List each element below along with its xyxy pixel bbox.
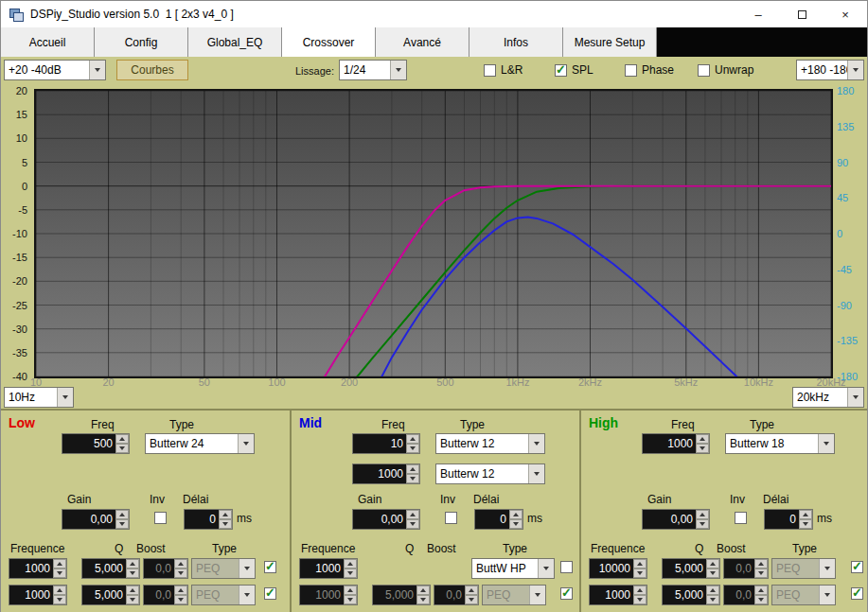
low-type-dropdown[interactable]: Butterw 24 (145, 433, 255, 454)
high-peq2-q-spinner[interactable]: 5,000 (662, 585, 720, 605)
spin-up-button[interactable] (406, 510, 419, 519)
spin-up-button[interactable] (174, 559, 187, 568)
low-peq1-q-spinner[interactable]: 5,000 (81, 558, 140, 579)
tab-crossover[interactable]: Crossover (282, 27, 376, 57)
mid-peq1-type-dropdown[interactable]: ButtW HP (471, 558, 555, 579)
spin-down-button[interactable] (126, 568, 139, 578)
tab-accueil[interactable]: Accueil (1, 27, 95, 57)
spin-up-button[interactable] (799, 510, 812, 519)
spin-up-button[interactable] (126, 586, 139, 595)
spin-down-button[interactable] (344, 568, 357, 578)
spin-up-button[interactable] (754, 559, 768, 568)
spin-down-button[interactable] (406, 444, 419, 453)
phase-checkbox-box[interactable] (625, 64, 637, 77)
spin-up-button[interactable] (174, 586, 187, 595)
spin-up-button[interactable] (53, 559, 66, 568)
freq-min-dropdown[interactable]: 10Hz (4, 387, 74, 408)
spin-up-button[interactable] (53, 586, 66, 595)
low-peq2-type-dropdown[interactable]: PEQ (191, 585, 256, 605)
mid-gain-spinner[interactable]: 0,00 (352, 509, 420, 530)
spin-up-button[interactable] (633, 586, 647, 595)
spin-down-button[interactable] (706, 568, 719, 578)
lissage-dropdown[interactable]: 1/24 (339, 60, 407, 80)
spin-up-button[interactable] (115, 434, 129, 444)
lr-checkbox[interactable]: L&R (484, 63, 523, 77)
spin-up-button[interactable] (633, 559, 647, 568)
spin-down-button[interactable] (633, 568, 647, 578)
low-peq1-freq-spinner[interactable]: 1000 (9, 558, 67, 579)
low-peq1-enable-checkbox[interactable] (264, 561, 276, 573)
spin-up-button[interactable] (406, 434, 419, 444)
mid-type1-dropdown[interactable]: Butterw 12 (435, 433, 545, 454)
mid-freq2-spinner[interactable]: 1000 (352, 463, 420, 484)
mid-peq2-q-spinner[interactable]: 5,000 (372, 585, 431, 605)
courbes-button[interactable]: Courbes (116, 60, 188, 80)
low-peq2-q-spinner[interactable]: 5,000 (81, 585, 140, 605)
close-icon[interactable]: × (824, 1, 867, 27)
high-peq2-freq-spinner[interactable]: 1000 (589, 585, 647, 605)
spin-up-button[interactable] (416, 586, 430, 595)
high-peq1-q-spinner[interactable]: 5,000 (662, 558, 720, 579)
spin-down-button[interactable] (174, 568, 187, 578)
tab-config[interactable]: Config (95, 27, 188, 57)
spin-down-button[interactable] (799, 519, 812, 529)
spin-down-button[interactable] (174, 595, 187, 604)
spin-up-button[interactable] (344, 586, 357, 595)
mid-type2-dropdown[interactable]: Butterw 12 (435, 463, 545, 484)
mid-peq2-type-dropdown[interactable]: PEQ (482, 585, 546, 605)
spin-down-button[interactable] (115, 444, 129, 453)
high-peq1-boost-spinner[interactable]: 0,0 (723, 558, 769, 579)
mid-peq1-enable-checkbox[interactable] (560, 561, 573, 573)
mid-inv-checkbox[interactable] (445, 512, 457, 524)
spin-up-button[interactable] (509, 510, 523, 519)
phase-checkbox[interactable]: Phase (625, 63, 674, 77)
tab-avance[interactable]: Avancé (376, 27, 469, 57)
high-peq1-freq-spinner[interactable]: 10000 (589, 558, 647, 579)
spin-up-button[interactable] (344, 559, 357, 568)
mid-peq1-freq-spinner[interactable]: 1000 (299, 558, 358, 579)
spin-down-button[interactable] (406, 474, 419, 483)
spin-down-button[interactable] (706, 595, 719, 604)
spin-down-button[interactable] (126, 595, 139, 604)
spin-down-button[interactable] (754, 595, 768, 604)
high-type-dropdown[interactable]: Butterw 18 (725, 433, 835, 454)
mid-peq2-boost-spinner[interactable]: 0,0 (434, 585, 479, 605)
spin-up-button[interactable] (126, 559, 139, 568)
spl-checkbox[interactable]: SPL (555, 63, 593, 77)
spin-down-button[interactable] (754, 568, 768, 578)
freq-max-dropdown[interactable]: 20kHz (792, 387, 864, 408)
spin-down-button[interactable] (696, 444, 709, 453)
low-freq-spinner[interactable]: 500 (62, 433, 130, 454)
tab-infos[interactable]: Infos (469, 27, 563, 57)
high-inv-checkbox[interactable] (735, 512, 747, 524)
low-peq1-boost-spinner[interactable]: 0,0 (143, 558, 188, 579)
spin-down-button[interactable] (406, 519, 419, 529)
high-freq-spinner[interactable]: 1000 (642, 433, 710, 454)
high-peq1-enable-checkbox[interactable] (851, 561, 863, 573)
tab-global-eq[interactable]: Global_EQ (188, 27, 282, 57)
db-range-dropdown[interactable]: +20 -40dB (4, 60, 106, 80)
mid-delay-spinner[interactable]: 0 (474, 509, 523, 530)
spin-down-button[interactable] (633, 595, 647, 604)
spin-up-button[interactable] (465, 586, 478, 595)
low-peq2-freq-spinner[interactable]: 1000 (9, 585, 67, 605)
high-gain-spinner[interactable]: 0,00 (642, 509, 710, 530)
minimize-icon[interactable]: – (736, 1, 780, 27)
spin-down-button[interactable] (509, 519, 523, 529)
spin-up-button[interactable] (696, 510, 709, 519)
mid-freq1-spinner[interactable]: 10 (352, 433, 420, 454)
unwrap-checkbox-box[interactable] (698, 64, 710, 77)
spin-down-button[interactable] (219, 519, 232, 529)
spin-up-button[interactable] (406, 464, 419, 474)
spin-up-button[interactable] (696, 434, 709, 444)
spin-up-button[interactable] (115, 510, 129, 519)
mid-peq2-freq-spinner[interactable]: 1000 (299, 585, 358, 605)
lr-checkbox-box[interactable] (484, 64, 496, 77)
unwrap-checkbox[interactable]: Unwrap (698, 63, 753, 77)
spin-down-button[interactable] (465, 595, 478, 604)
low-peq2-boost-spinner[interactable]: 0,0 (143, 585, 188, 605)
spin-up-button[interactable] (219, 510, 232, 519)
high-peq2-enable-checkbox[interactable] (851, 587, 863, 600)
low-peq2-enable-checkbox[interactable] (264, 587, 276, 600)
spin-down-button[interactable] (416, 595, 430, 604)
